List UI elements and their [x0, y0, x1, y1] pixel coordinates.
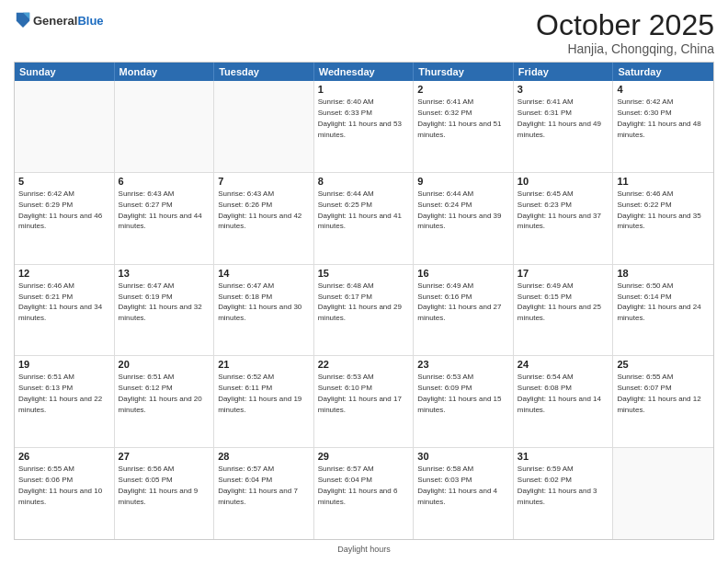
- cell-text: Sunrise: 6:47 AMSunset: 6:18 PMDaylight:…: [218, 282, 301, 322]
- cell-text: Sunrise: 6:45 AMSunset: 6:23 PMDaylight:…: [518, 190, 601, 230]
- cal-cell: 6Sunrise: 6:43 AMSunset: 6:27 PMDaylight…: [115, 173, 215, 264]
- cell-text: Sunrise: 6:43 AMSunset: 6:27 PMDaylight:…: [119, 190, 202, 230]
- cell-text: Sunrise: 6:46 AMSunset: 6:22 PMDaylight:…: [617, 190, 700, 230]
- cell-text: Sunrise: 6:55 AMSunset: 6:06 PMDaylight:…: [18, 465, 102, 505]
- cal-cell: 21Sunrise: 6:52 AMSunset: 6:11 PMDayligh…: [214, 356, 314, 447]
- cell-text: Sunrise: 6:55 AMSunset: 6:07 PMDaylight:…: [617, 373, 700, 413]
- logo-text: GeneralBlue: [33, 14, 104, 29]
- day-number: 4: [617, 84, 710, 95]
- day-number: 13: [119, 268, 210, 279]
- cal-cell: 18Sunrise: 6:50 AMSunset: 6:14 PMDayligh…: [613, 265, 713, 356]
- cal-week-2: 12Sunrise: 6:46 AMSunset: 6:21 PMDayligh…: [15, 265, 713, 357]
- cell-text: Sunrise: 6:47 AMSunset: 6:19 PMDaylight:…: [119, 282, 202, 322]
- day-number: 22: [318, 359, 410, 370]
- day-number: 3: [518, 84, 609, 95]
- cal-week-1: 5Sunrise: 6:42 AMSunset: 6:29 PMDaylight…: [15, 173, 713, 265]
- cell-text: Sunrise: 6:43 AMSunset: 6:26 PMDaylight:…: [218, 190, 301, 230]
- page: GeneralBlue October 2025 Hanjia, Chongqi…: [0, 0, 728, 563]
- cell-text: Sunrise: 6:51 AMSunset: 6:12 PMDaylight:…: [119, 373, 202, 413]
- cell-text: Sunrise: 6:53 AMSunset: 6:09 PMDaylight:…: [417, 373, 501, 413]
- logo-general: General: [33, 14, 77, 28]
- cal-cell: [613, 448, 713, 539]
- day-number: 1: [318, 84, 410, 95]
- cal-cell: 11Sunrise: 6:46 AMSunset: 6:22 PMDayligh…: [613, 173, 713, 264]
- cal-cell: 1Sunrise: 6:40 AMSunset: 6:33 PMDaylight…: [314, 81, 415, 172]
- day-number: 19: [18, 359, 110, 370]
- day-number: 30: [417, 451, 509, 462]
- cell-text: Sunrise: 6:41 AMSunset: 6:32 PMDaylight:…: [417, 98, 501, 138]
- cal-week-4: 26Sunrise: 6:55 AMSunset: 6:06 PMDayligh…: [15, 448, 713, 539]
- cal-cell: 20Sunrise: 6:51 AMSunset: 6:12 PMDayligh…: [115, 356, 215, 447]
- day-number: 15: [318, 268, 410, 279]
- cal-cell: 29Sunrise: 6:57 AMSunset: 6:04 PMDayligh…: [314, 448, 415, 539]
- cal-cell: 4Sunrise: 6:42 AMSunset: 6:30 PMDaylight…: [613, 81, 713, 172]
- cell-text: Sunrise: 6:41 AMSunset: 6:31 PMDaylight:…: [518, 98, 601, 138]
- cal-cell: 3Sunrise: 6:41 AMSunset: 6:31 PMDaylight…: [514, 81, 614, 172]
- cell-text: Sunrise: 6:51 AMSunset: 6:13 PMDaylight:…: [18, 373, 102, 413]
- cal-cell: 31Sunrise: 6:59 AMSunset: 6:02 PMDayligh…: [514, 448, 614, 539]
- cal-cell: 23Sunrise: 6:53 AMSunset: 6:09 PMDayligh…: [414, 356, 514, 447]
- cell-text: Sunrise: 6:57 AMSunset: 6:04 PMDaylight:…: [218, 465, 298, 505]
- cal-cell: 17Sunrise: 6:49 AMSunset: 6:15 PMDayligh…: [514, 265, 614, 356]
- day-number: 31: [518, 451, 609, 462]
- cal-cell: 19Sunrise: 6:51 AMSunset: 6:13 PMDayligh…: [15, 356, 115, 447]
- cal-cell: 5Sunrise: 6:42 AMSunset: 6:29 PMDaylight…: [15, 173, 115, 264]
- logo-blue: Blue: [77, 14, 103, 28]
- cal-cell: 15Sunrise: 6:48 AMSunset: 6:17 PMDayligh…: [314, 265, 415, 356]
- day-number: 14: [218, 268, 310, 279]
- day-number: 24: [518, 359, 609, 370]
- day-number: 28: [218, 451, 310, 462]
- dow-tuesday: Tuesday: [214, 63, 314, 81]
- location: Hanjia, Chongqing, China: [536, 41, 714, 56]
- calendar: Sunday Monday Tuesday Wednesday Thursday…: [14, 62, 714, 540]
- day-number: 29: [318, 451, 410, 462]
- cell-text: Sunrise: 6:48 AMSunset: 6:17 PMDaylight:…: [318, 282, 402, 322]
- dow-friday: Friday: [514, 63, 614, 81]
- cell-text: Sunrise: 6:42 AMSunset: 6:30 PMDaylight:…: [617, 98, 700, 138]
- cell-text: Sunrise: 6:46 AMSunset: 6:21 PMDaylight:…: [18, 282, 102, 322]
- dow-sunday: Sunday: [15, 63, 115, 81]
- footer: Daylight hours: [14, 545, 714, 554]
- cell-text: Sunrise: 6:59 AMSunset: 6:02 PMDaylight:…: [518, 465, 597, 505]
- cal-cell: 25Sunrise: 6:55 AMSunset: 6:07 PMDayligh…: [613, 356, 713, 447]
- cal-cell: 13Sunrise: 6:47 AMSunset: 6:19 PMDayligh…: [115, 265, 215, 356]
- dow-monday: Monday: [115, 63, 215, 81]
- day-number: 27: [119, 451, 210, 462]
- cal-cell: 22Sunrise: 6:53 AMSunset: 6:10 PMDayligh…: [314, 356, 415, 447]
- day-number: 20: [119, 359, 210, 370]
- cal-cell: 8Sunrise: 6:44 AMSunset: 6:25 PMDaylight…: [314, 173, 415, 264]
- cal-week-0: 1Sunrise: 6:40 AMSunset: 6:33 PMDaylight…: [15, 81, 713, 173]
- cell-text: Sunrise: 6:49 AMSunset: 6:15 PMDaylight:…: [518, 282, 601, 322]
- cal-cell: [115, 81, 215, 172]
- title-block: October 2025 Hanjia, Chongqing, China: [536, 9, 714, 56]
- header: GeneralBlue October 2025 Hanjia, Chongqi…: [14, 9, 714, 56]
- cal-cell: 12Sunrise: 6:46 AMSunset: 6:21 PMDayligh…: [15, 265, 115, 356]
- cal-cell: [214, 81, 314, 172]
- cal-cell: 24Sunrise: 6:54 AMSunset: 6:08 PMDayligh…: [514, 356, 614, 447]
- day-number: 5: [18, 176, 110, 187]
- cell-text: Sunrise: 6:52 AMSunset: 6:11 PMDaylight:…: [218, 373, 301, 413]
- cell-text: Sunrise: 6:58 AMSunset: 6:03 PMDaylight:…: [417, 465, 497, 505]
- dow-thursday: Thursday: [414, 63, 514, 81]
- cal-cell: 9Sunrise: 6:44 AMSunset: 6:24 PMDaylight…: [414, 173, 514, 264]
- cal-cell: 30Sunrise: 6:58 AMSunset: 6:03 PMDayligh…: [414, 448, 514, 539]
- cell-text: Sunrise: 6:57 AMSunset: 6:04 PMDaylight:…: [318, 465, 398, 505]
- day-number: 10: [518, 176, 609, 187]
- cal-cell: [15, 81, 115, 172]
- day-number: 2: [417, 84, 509, 95]
- day-number: 16: [417, 268, 509, 279]
- cal-cell: 27Sunrise: 6:56 AMSunset: 6:05 PMDayligh…: [115, 448, 215, 539]
- day-number: 25: [617, 359, 710, 370]
- day-number: 8: [318, 176, 410, 187]
- calendar-header: Sunday Monday Tuesday Wednesday Thursday…: [15, 63, 713, 81]
- day-number: 21: [218, 359, 310, 370]
- dow-wednesday: Wednesday: [314, 63, 415, 81]
- dow-saturday: Saturday: [613, 63, 713, 81]
- cell-text: Sunrise: 6:44 AMSunset: 6:24 PMDaylight:…: [417, 190, 501, 230]
- cell-text: Sunrise: 6:42 AMSunset: 6:29 PMDaylight:…: [18, 190, 102, 230]
- footer-text: Daylight hours: [337, 545, 391, 554]
- cal-cell: 14Sunrise: 6:47 AMSunset: 6:18 PMDayligh…: [214, 265, 314, 356]
- cal-week-3: 19Sunrise: 6:51 AMSunset: 6:13 PMDayligh…: [15, 356, 713, 448]
- cell-text: Sunrise: 6:56 AMSunset: 6:05 PMDaylight:…: [119, 465, 199, 505]
- month-title: October 2025: [536, 9, 714, 41]
